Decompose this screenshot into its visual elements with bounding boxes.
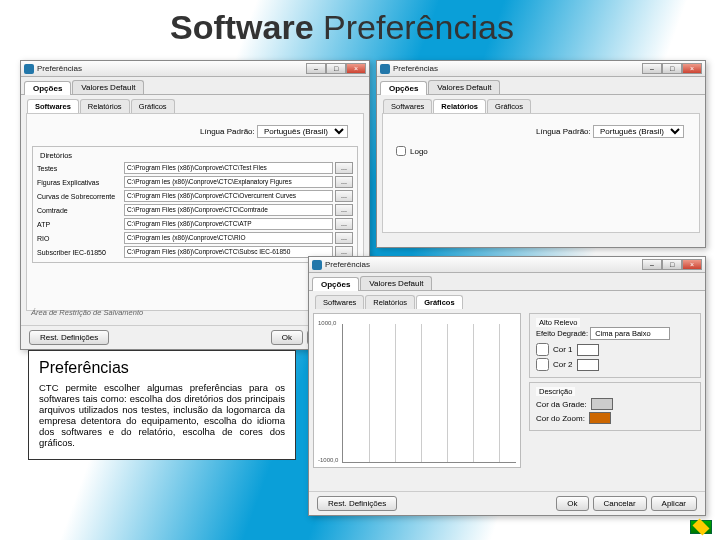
grid-color-label: Cor da Grade: xyxy=(536,400,587,409)
desc-group: Descrição Cor da Grade: Cor do Zoom: xyxy=(529,382,701,431)
subtab-graficos[interactable]: Gráficos xyxy=(416,295,462,309)
browse-button[interactable]: ... xyxy=(335,176,353,188)
alpha-mode-label: Efeito Degradê: xyxy=(536,329,588,338)
tab-valores-default[interactable]: Valores Default xyxy=(72,80,144,94)
language-row: Língua Padrão: Português (Brasil) xyxy=(388,119,694,142)
tab-valores-default[interactable]: Valores Default xyxy=(360,276,432,290)
directory-label: Subscriber IEC-61850 xyxy=(37,249,122,256)
brazil-flag-icon xyxy=(690,520,712,534)
browse-button[interactable]: ... xyxy=(335,162,353,174)
directories-group: Diretórios TestesC:\Program Files (x86)\… xyxy=(32,146,358,263)
directory-label: Comtrade xyxy=(37,207,122,214)
language-select[interactable]: Português (Brasil) xyxy=(593,125,684,138)
directory-label: RIO xyxy=(37,235,122,242)
directories-legend: Diretórios xyxy=(37,151,75,160)
directory-row: Curvas de SobrecorrenteC:\Program Files … xyxy=(37,190,353,202)
browse-button[interactable]: ... xyxy=(335,232,353,244)
ylabel-bot: -1000,0 xyxy=(318,457,338,463)
cor1-checkbox[interactable] xyxy=(536,343,549,356)
grid-color-swatch[interactable] xyxy=(591,398,613,410)
ylabel-top: 1000,0 xyxy=(318,320,336,326)
app-icon xyxy=(312,260,322,270)
title-bold: Software xyxy=(170,8,314,46)
directory-path-input[interactable]: C:\Program Files (x86)\Conprove\CTC\ATP xyxy=(124,218,333,230)
window-caption: Preferências xyxy=(37,64,306,73)
language-label: Língua Padrão: xyxy=(200,127,255,136)
language-row: Língua Padrão: Português (Brasil) xyxy=(32,119,358,142)
maximize-button[interactable]: □ xyxy=(326,63,346,74)
restore-defaults-button[interactable]: Rest. Definições xyxy=(317,496,397,511)
ok-button[interactable]: Ok xyxy=(556,496,588,511)
app-icon xyxy=(24,64,34,74)
minimize-button[interactable]: – xyxy=(642,63,662,74)
logo-checkbox[interactable] xyxy=(396,146,406,156)
button-bar: Rest. Definições Ok Cancelar Aplicar xyxy=(309,491,705,515)
title-rest: Preferências xyxy=(314,8,514,46)
titlebar[interactable]: Preferências – □ × xyxy=(309,257,705,273)
browse-button[interactable]: ... xyxy=(335,190,353,202)
directory-path-input[interactable]: C:\Program les (x86)\Conprove\CTC\Explan… xyxy=(124,176,333,188)
subtabstrip: Softwares Relatórios Gráficos xyxy=(377,95,705,113)
subtab-relatorios[interactable]: Relatórios xyxy=(80,99,130,113)
titlebar[interactable]: Preferências – □ × xyxy=(377,61,705,77)
prefs-window-graficos: Preferências – □ × Opções Valores Defaul… xyxy=(308,256,706,516)
prefs-window-relatorios: Preferências – □ × Opções Valores Defaul… xyxy=(376,60,706,248)
ok-button[interactable]: Ok xyxy=(271,330,303,345)
subtab-relatorios[interactable]: Relatórios xyxy=(433,99,486,113)
directory-path-input[interactable]: C:\Program Files (x86)\Conprove\CTC\Over… xyxy=(124,190,333,202)
panel-graficos: 1000,0 -1000,0 Alto Relevo Efeito Degrad… xyxy=(309,309,705,499)
directory-label: ATP xyxy=(37,221,122,228)
language-label: Língua Padrão: xyxy=(536,127,591,136)
tab-opcoes[interactable]: Opções xyxy=(24,81,71,95)
alpha-group: Alto Relevo Efeito Degradê: Cima para Ba… xyxy=(529,313,701,378)
maximize-button[interactable]: □ xyxy=(662,259,682,270)
cor1-swatch[interactable] xyxy=(577,344,599,356)
directory-label: Curvas de Sobrecorrente xyxy=(37,193,122,200)
cor2-checkbox[interactable] xyxy=(536,358,549,371)
zoom-color-swatch[interactable] xyxy=(589,412,611,424)
directory-row: ComtradeC:\Program Files (x86)\Conprove\… xyxy=(37,204,353,216)
apply-button[interactable]: Aplicar xyxy=(651,496,697,511)
directory-path-input[interactable]: C:\Program les (x86)\Conprove\CTC\RIO xyxy=(124,232,333,244)
slide-title: Software Preferências xyxy=(170,8,514,47)
directory-path-input[interactable]: C:\Program Files (x86)\Conprove\CTC\Test… xyxy=(124,162,333,174)
subtab-softwares[interactable]: Softwares xyxy=(383,99,432,113)
tabstrip: Opções Valores Default xyxy=(309,273,705,291)
restore-defaults-button[interactable]: Rest. Definições xyxy=(29,330,109,345)
directory-row: ATPC:\Program Files (x86)\Conprove\CTC\A… xyxy=(37,218,353,230)
minimize-button[interactable]: – xyxy=(642,259,662,270)
explain-heading: Preferências xyxy=(39,359,285,377)
app-icon xyxy=(380,64,390,74)
close-button[interactable]: × xyxy=(682,63,702,74)
close-button[interactable]: × xyxy=(682,259,702,270)
maximize-button[interactable]: □ xyxy=(662,63,682,74)
subtabstrip: Softwares Relatórios Gráficos xyxy=(309,291,705,309)
directory-path-input[interactable]: C:\Program Files (x86)\Conprove\CTC\Subs… xyxy=(124,246,333,258)
language-select[interactable]: Português (Brasil) xyxy=(257,125,348,138)
cancel-button[interactable]: Cancelar xyxy=(593,496,647,511)
close-button[interactable]: × xyxy=(346,63,366,74)
tab-opcoes[interactable]: Opções xyxy=(380,81,427,95)
cor2-swatch[interactable] xyxy=(577,359,599,371)
explain-body: CTC permite escolher algumas preferência… xyxy=(39,383,285,449)
subtab-graficos[interactable]: Gráficos xyxy=(487,99,531,113)
subtab-relatorios[interactable]: Relatórios xyxy=(365,295,415,309)
subtab-softwares[interactable]: Softwares xyxy=(315,295,364,309)
alpha-mode-select[interactable]: Cima para Baixo xyxy=(590,327,670,340)
tabstrip: Opções Valores Default xyxy=(377,77,705,95)
panel-relatorios: Língua Padrão: Português (Brasil) Logo xyxy=(382,113,700,233)
directory-row: RIOC:\Program les (x86)\Conprove\CTC\RIO… xyxy=(37,232,353,244)
desc-legend: Descrição xyxy=(536,387,575,396)
subtab-softwares[interactable]: Softwares xyxy=(27,99,79,113)
directory-label: Figuras Explicativas xyxy=(37,179,122,186)
subtab-graficos[interactable]: Gráficos xyxy=(131,99,175,113)
tab-opcoes[interactable]: Opções xyxy=(312,277,359,291)
directory-path-input[interactable]: C:\Program Files (x86)\Conprove\CTC\Comt… xyxy=(124,204,333,216)
logo-label: Logo xyxy=(410,147,428,156)
tab-valores-default[interactable]: Valores Default xyxy=(428,80,500,94)
browse-button[interactable]: ... xyxy=(335,218,353,230)
browse-button[interactable]: ... xyxy=(335,204,353,216)
minimize-button[interactable]: – xyxy=(306,63,326,74)
tabstrip: Opções Valores Default xyxy=(21,77,369,95)
titlebar[interactable]: Preferências – □ × xyxy=(21,61,369,77)
